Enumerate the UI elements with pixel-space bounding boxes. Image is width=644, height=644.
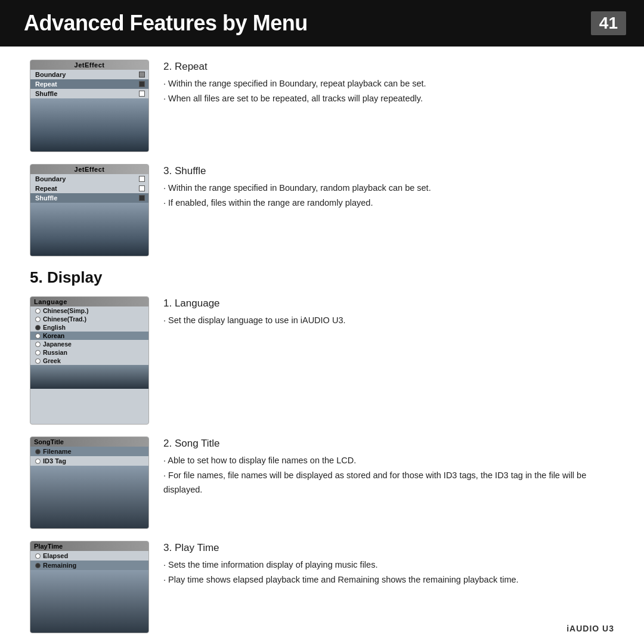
section-songtitle: SongTitle Filename ID3 Tag 2. Song Title… — [30, 436, 614, 529]
device-screen-language: Language Chinese(Simp.) Chinese(Trad.) E… — [30, 296, 149, 425]
radio-chinesimp — [35, 308, 41, 314]
lang-item-greek: Greek — [30, 357, 148, 365]
menu-item-repeat-shuffle: Repeat — [30, 184, 148, 193]
menu-header-repeat: JetEffect — [30, 60, 148, 70]
radio-filename — [35, 449, 41, 454]
section-repeat-line2: · When all files are set to be repeated,… — [163, 91, 614, 106]
section-language: Language Chinese(Simp.) Chinese(Trad.) E… — [30, 296, 614, 425]
section-playtime-line2: · Play time shows elapsed playback time … — [163, 572, 614, 587]
desc-songtitle: 2. Song Title · Able to set how to displ… — [163, 436, 614, 497]
menu-item-shuffle-selected: Shuffle — [30, 193, 148, 203]
section-playtime-line1: · Sets the time information display of p… — [163, 558, 614, 572]
radio-id3 — [35, 459, 41, 464]
section-language-title: 1. Language — [163, 298, 614, 309]
desc-language: 1. Language · Set the display language t… — [163, 296, 614, 328]
main-content: JetEffect Boundary Repeat Shuffle 2. Rep… — [0, 47, 644, 644]
radio-russian — [35, 350, 41, 355]
desc-repeat: 2. Repeat · Within the range specified i… — [163, 60, 614, 106]
device-screen-songtitle: SongTitle Filename ID3 Tag — [30, 436, 149, 529]
section-songtitle-title: 2. Song Title — [163, 438, 614, 450]
menu-header-shuffle: JetEffect — [30, 165, 148, 174]
menu-header-playtime: PlayTime — [30, 541, 148, 551]
section-repeat-title: 2. Repeat — [163, 61, 614, 73]
play-item-remaining: Remaining — [30, 561, 148, 570]
checkbox-shuffle-empty — [139, 91, 145, 97]
checkbox-repeat-checked — [139, 81, 145, 87]
menu-header-language: Language — [30, 297, 148, 306]
menu-item-boundary-shuffle: Boundary — [30, 174, 148, 184]
section-songtitle-line2: · For file names, file names will be dis… — [163, 468, 614, 497]
play-body — [30, 570, 148, 633]
lang-bottom-area — [30, 365, 148, 389]
section-songtitle-line1: · Able to set how to display file names … — [163, 453, 614, 468]
lang-item-russian: Russian — [30, 348, 148, 357]
device-screen-repeat: JetEffect Boundary Repeat Shuffle — [30, 60, 149, 152]
page-header: Advanced Features by Menu 41 — [0, 0, 644, 47]
menu-header-songtitle: SongTitle — [30, 437, 148, 447]
device-screen-shuffle: JetEffect Boundary Repeat Shuffle — [30, 164, 149, 256]
menu-item-shuffle-repeat: Shuffle — [30, 89, 148, 98]
song-item-id3: ID3 Tag — [30, 456, 148, 466]
section-playtime: PlayTime Elapsed Remaining 3. Play Time … — [30, 541, 614, 633]
radio-korean — [35, 333, 41, 339]
checkbox-boundary-empty — [139, 176, 145, 182]
page-number: 41 — [591, 11, 626, 35]
menu-body-shuffle — [30, 203, 148, 256]
menu-body-repeat — [30, 98, 148, 152]
checkbox-shuffle-checked — [139, 195, 145, 201]
desc-playtime: 3. Play Time · Sets the time information… — [163, 541, 614, 587]
section-shuffle-line1: · Within the range specified in Boundary… — [163, 181, 614, 196]
device-screen-playtime: PlayTime Elapsed Remaining — [30, 541, 149, 633]
checkbox-repeat-empty — [139, 185, 145, 191]
section-language-line1: · Set the display language to use in iAU… — [163, 313, 614, 328]
lang-item-chinetrad: Chinese(Trad.) — [30, 315, 148, 323]
section-shuffle: JetEffect Boundary Repeat Shuffle 3. Shu… — [30, 164, 614, 256]
menu-item-repeat-selected: Repeat — [30, 79, 148, 89]
radio-greek — [35, 358, 41, 364]
footer-brand: iAUDIO U3 — [566, 624, 614, 633]
play-item-elapsed: Elapsed — [30, 551, 148, 561]
lang-item-chinesimp: Chinese(Simp.) — [30, 306, 148, 315]
lang-item-korean: Korean — [30, 332, 148, 340]
section-shuffle-line2: · If enabled, files within the range are… — [163, 196, 614, 210]
radio-japanese — [35, 342, 41, 347]
lang-item-japanese: Japanese — [30, 340, 148, 348]
song-item-filename: Filename — [30, 447, 148, 456]
desc-shuffle: 3. Shuffle · Within the range specified … — [163, 164, 614, 210]
section-playtime-title: 3. Play Time — [163, 542, 614, 554]
song-body — [30, 466, 148, 529]
page-title: Advanced Features by Menu — [0, 11, 308, 36]
section-repeat: JetEffect Boundary Repeat Shuffle 2. Rep… — [30, 60, 614, 152]
section-shuffle-title: 3. Shuffle — [163, 165, 614, 177]
section5-heading: 5. Display — [30, 268, 614, 287]
radio-remaining — [35, 563, 41, 568]
radio-elapsed — [35, 553, 41, 559]
radio-english — [35, 325, 41, 330]
menu-item-boundary-repeat: Boundary — [30, 70, 148, 79]
lang-item-english: English — [30, 323, 148, 332]
radio-chinetrad — [35, 317, 41, 322]
section-repeat-line1: · Within the range specified in Boundary… — [163, 76, 614, 91]
slider-indicator — [139, 72, 145, 78]
